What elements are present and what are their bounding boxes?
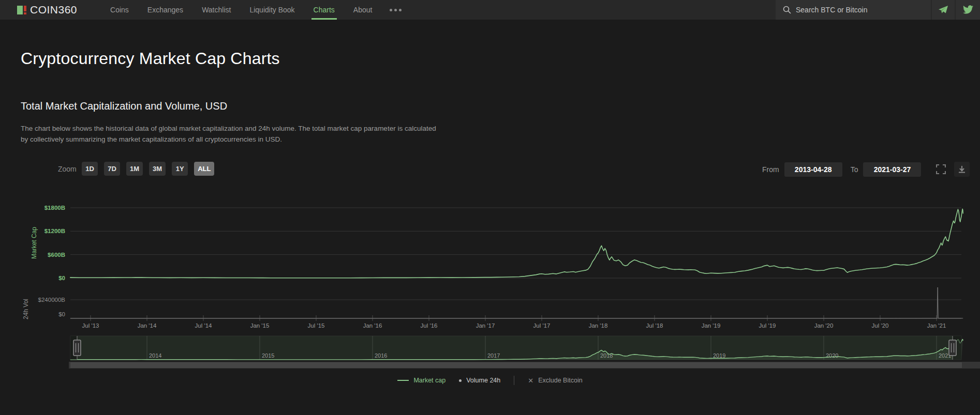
x-tick-label: Jul '13 <box>82 322 99 329</box>
x-tick-label: Jul '19 <box>759 322 776 329</box>
zoom-label: Zoom <box>58 165 77 173</box>
active-tab-underline <box>311 18 337 20</box>
top-navbar: COIN360 Coins Exchanges Watchlist Liquid… <box>0 0 980 20</box>
volume-axis-title: 24h Vol <box>22 299 29 319</box>
search-placeholder: Search BTC or Bitcoin <box>796 6 868 14</box>
to-label: To <box>851 165 858 174</box>
x-tick-label: Jan '17 <box>476 322 495 329</box>
x-tick-label: Jul '20 <box>872 322 889 329</box>
market-cap-line <box>70 209 963 278</box>
y-tick-label-market-cap: $1800B <box>44 205 65 211</box>
legend-market-cap-label: Market cap <box>413 377 446 384</box>
nav-item-label: Coins <box>110 6 129 14</box>
section-title: Total Market Capitalization and Volume, … <box>21 100 227 112</box>
to-date-input[interactable]: 2021-03-27 <box>863 162 921 177</box>
x-tick-label: Jul '17 <box>533 322 551 329</box>
x-tick-label: Jul '15 <box>308 322 325 329</box>
zoom-button-1y[interactable]: 1Y <box>172 162 188 176</box>
legend-volume-label: Volume 24h <box>466 377 500 384</box>
chart-description: The chart below shows the historical dat… <box>21 124 437 145</box>
nav-item-about[interactable]: About <box>344 0 382 20</box>
y-tick-label-market-cap: $1200B <box>44 228 65 234</box>
x-tick-label: Jan '21 <box>927 322 946 329</box>
chart-legend: Market cap Volume 24h ✕ Exclude Bitcoin <box>0 376 980 385</box>
from-date-input[interactable]: 2013-04-28 <box>784 162 842 177</box>
y-tick-label-volume: $240000B <box>38 297 66 303</box>
chart-scrollbar-thumb[interactable] <box>70 362 962 368</box>
market-cap-volume-chart[interactable]: $1800B$1200B$600B$0$240000B$0Jul '13Jan … <box>0 199 980 334</box>
navigator-handle-right[interactable] <box>949 340 956 356</box>
x-tick-label: Jan '14 <box>138 322 157 329</box>
navigator-handle-left[interactable] <box>73 340 81 356</box>
navigator-year-label: 2017 <box>487 352 500 359</box>
zoom-button-group: 1D 7D 1M 3M 1Y ALL <box>82 162 214 176</box>
market-cap-line-swatch <box>397 380 409 381</box>
y-tick-label-market-cap: $600B <box>48 252 65 258</box>
legend-item-market-cap[interactable]: Market cap <box>397 377 446 384</box>
more-menu-icon[interactable] <box>381 0 410 20</box>
navigator-year-label: 2014 <box>149 352 161 359</box>
x-tick-label: Jan '20 <box>814 322 834 329</box>
navigator-year-label: 2016 <box>375 352 387 359</box>
page-title: Cryptocurrency Market Cap Charts <box>21 49 280 68</box>
fullscreen-icon <box>936 164 946 174</box>
chart-navigator[interactable]: 20142015201620172018201920202021 <box>0 335 980 362</box>
download-icon <box>958 165 966 174</box>
nav-item-charts[interactable]: Charts <box>304 0 344 20</box>
date-range-controls: From 2013-04-28 To 2021-03-27 <box>762 162 970 177</box>
page: COIN360 Coins Exchanges Watchlist Liquid… <box>0 0 980 415</box>
x-tick-label: Jan '19 <box>702 322 721 329</box>
coin360-logo-icon <box>17 5 28 16</box>
nav-item-label: Watchlist <box>202 6 231 14</box>
twitter-bird-icon <box>962 5 973 14</box>
exclude-bitcoin-toggle[interactable]: ✕ Exclude Bitcoin <box>528 377 582 385</box>
x-tick-label: Jul '14 <box>195 322 212 329</box>
zoom-button-1m[interactable]: 1M <box>126 162 143 176</box>
nav-item-label: About <box>353 6 373 14</box>
nav-menu: Coins Exchanges Watchlist Liquidity Book… <box>101 0 410 20</box>
chart-scrollbar[interactable] <box>69 362 980 368</box>
x-tick-label: Jul '16 <box>421 322 438 329</box>
zoom-button-3m[interactable]: 3M <box>149 162 166 176</box>
search-input[interactable]: Search BTC or Bitcoin <box>776 0 931 20</box>
zoom-button-7d[interactable]: 7D <box>104 162 120 176</box>
x-tick-label: Jul '18 <box>646 322 663 329</box>
from-label: From <box>762 165 779 174</box>
nav-item-label: Exchanges <box>147 6 183 14</box>
legend-divider <box>514 376 514 385</box>
twitter-icon[interactable] <box>956 0 980 20</box>
volume-24h-line <box>70 287 963 318</box>
nav-item-watchlist[interactable]: Watchlist <box>192 0 240 20</box>
navigator-year-label: 2015 <box>262 352 274 359</box>
volume-dot-swatch <box>459 379 462 382</box>
nav-item-coins[interactable]: Coins <box>101 0 138 20</box>
coin360-logo[interactable]: COIN360 <box>17 0 77 20</box>
market-cap-axis-title: Market Cap <box>31 227 38 259</box>
zoom-button-all[interactable]: ALL <box>194 162 214 176</box>
zoom-button-1d[interactable]: 1D <box>82 162 98 176</box>
close-x-icon: ✕ <box>528 377 533 385</box>
nav-item-label: Liquidity Book <box>249 6 294 14</box>
logo-text: COIN360 <box>30 4 77 16</box>
x-tick-label: Jan '18 <box>589 322 608 329</box>
nav-item-liquidity-book[interactable]: Liquidity Book <box>240 0 304 20</box>
telegram-icon[interactable] <box>932 0 955 20</box>
navigator-year-label: 2019 <box>713 352 725 359</box>
legend-item-volume[interactable]: Volume 24h <box>459 377 500 384</box>
nav-item-exchanges[interactable]: Exchanges <box>138 0 192 20</box>
nav-item-label: Charts <box>314 6 335 14</box>
search-icon <box>783 6 791 14</box>
fullscreen-button[interactable] <box>933 162 948 177</box>
y-tick-label-market-cap: $0 <box>58 275 65 281</box>
x-tick-label: Jan '15 <box>250 322 270 329</box>
y-tick-label-volume: $0 <box>58 311 65 317</box>
telegram-plane-icon <box>938 5 948 14</box>
legend-exclude-bitcoin-label: Exclude Bitcoin <box>538 377 582 384</box>
x-tick-label: Jan '16 <box>363 322 382 329</box>
download-button[interactable] <box>954 162 970 177</box>
